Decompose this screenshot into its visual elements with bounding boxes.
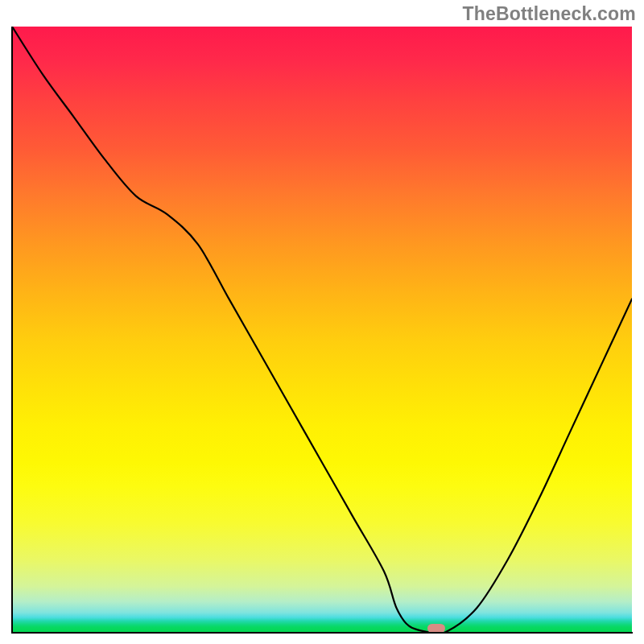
watermark-text: TheBottleneck.com xyxy=(462,3,636,25)
y-axis xyxy=(11,27,13,633)
bottleneck-curve xyxy=(12,27,632,632)
x-axis xyxy=(11,632,633,634)
chart-container: TheBottleneck.com xyxy=(0,0,644,644)
